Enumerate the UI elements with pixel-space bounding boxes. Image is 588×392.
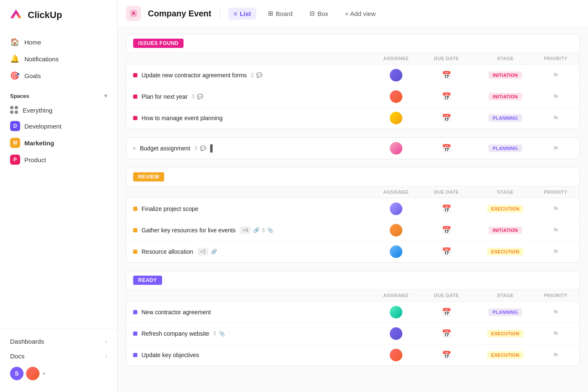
- task-name: Plan for next year: [142, 93, 188, 100]
- sidebar-item-notifications[interactable]: 🔔 Notifications: [5, 50, 112, 67]
- col-stage: STAGE: [472, 189, 539, 195]
- task-dot: [133, 116, 137, 120]
- due-date-cell: 📅: [421, 71, 472, 80]
- main-content: Company Event ≡ List ⊞ Board ⊟ Box + Add…: [118, 0, 588, 392]
- task-name-cell: Plan for next year 3 💬: [133, 93, 371, 100]
- task-dot: [133, 228, 137, 232]
- sidebar-item-product[interactable]: P Product: [0, 151, 117, 168]
- sidebar-item-dashboards[interactable]: Dashboards ›: [5, 334, 112, 349]
- task-name-cell: Update new contractor agreement forms 2 …: [133, 72, 371, 79]
- task-name: Gather key resources for live events: [142, 227, 236, 234]
- sidebar-item-docs[interactable]: Docs ›: [5, 349, 112, 363]
- calendar-icon: 📅: [442, 92, 451, 101]
- due-date-cell: 📅: [421, 204, 472, 213]
- calendar-icon: 📅: [442, 350, 451, 360]
- everything-label: Everything: [23, 107, 52, 114]
- comment-icon: 💬: [200, 145, 206, 151]
- review-badge: REVIEW: [133, 172, 164, 182]
- cursor: ▌: [210, 145, 215, 152]
- table-row[interactable]: Finalize project scope 📅 EXECUTION ⚑: [126, 198, 579, 220]
- col-due-date: DUE DATE: [421, 293, 472, 298]
- group-review: REVIEW ASSIGNEE DUE DATE STAGE PRIORITY …: [126, 168, 580, 263]
- link-icon: 🔗: [253, 227, 260, 233]
- sidebar-item-marketing[interactable]: M Marketing: [0, 134, 117, 151]
- assignee-cell: [371, 112, 421, 124]
- task-name: Refresh company website: [142, 330, 209, 337]
- chevron-right-icon: ›: [105, 353, 107, 359]
- task-name: Update key objectives: [142, 352, 199, 358]
- group-budget: Budget assignment 3 💬 ▌ 📅 PLANNING: [126, 137, 580, 159]
- task-name: Resource allocation: [142, 248, 193, 255]
- calendar-icon: 📅: [442, 204, 451, 213]
- flag-icon: ⚑: [553, 248, 559, 256]
- sidebar-item-goals[interactable]: 🎯 Goals: [5, 67, 112, 84]
- avatar: [390, 327, 402, 340]
- topbar: Company Event ≡ List ⊞ Board ⊟ Box + Add…: [118, 0, 588, 27]
- task-name-cell: Gather key resources for live events +4 …: [133, 226, 371, 234]
- table-row[interactable]: Gather key resources for live events +4 …: [126, 220, 579, 241]
- priority-cell: ⚑: [539, 248, 572, 256]
- product-label: Product: [24, 156, 46, 163]
- group-ready-header: READY: [126, 271, 579, 289]
- flag-icon: ⚑: [553, 93, 559, 101]
- development-avatar: D: [10, 121, 20, 131]
- table-row[interactable]: Plan for next year 3 💬 📅 INITIATION ⚑: [126, 86, 579, 108]
- spaces-section-header: Spaces ▾: [0, 87, 117, 103]
- assignee-cell: [371, 142, 421, 155]
- task-name-cell: Budget assignment 3 💬 ▌: [133, 145, 371, 152]
- tab-list[interactable]: ≡ List: [228, 8, 256, 20]
- extra-tag: +4: [240, 226, 251, 234]
- everything-icon: [10, 106, 18, 114]
- add-view-button[interactable]: + Add view: [340, 8, 381, 20]
- tab-board[interactable]: ⊞ Board: [263, 7, 298, 20]
- comment-count: 3: [194, 145, 197, 151]
- table-row[interactable]: How to manage event planning 📅 PLANNING …: [126, 108, 579, 129]
- table-row[interactable]: Resource allocation +2 🔗 📅 EXECUTION ⚑: [126, 241, 579, 262]
- tab-box[interactable]: ⊟ Box: [304, 7, 333, 20]
- avatar: [390, 349, 402, 361]
- stage-cell: EXECUTION: [472, 205, 539, 213]
- task-dot: [133, 353, 137, 357]
- col-assignee: ASSIGNEE: [371, 189, 421, 195]
- task-name-cell: Update key objectives: [133, 352, 371, 358]
- add-view-label: + Add view: [345, 10, 375, 17]
- sidebar: ClickUp 🏠 Home 🔔 Notifications 🎯 Goals S…: [0, 0, 118, 392]
- priority-cell: ⚑: [539, 351, 572, 359]
- project-title: Company Event: [148, 9, 211, 18]
- flag-icon: ⚑: [553, 145, 559, 153]
- attach-icon: 📎: [267, 227, 273, 233]
- sidebar-item-everything[interactable]: Everything: [0, 103, 117, 118]
- priority-cell: ⚑: [539, 226, 572, 234]
- avatar: [390, 142, 402, 155]
- stage-cell: INITIATION: [472, 226, 539, 234]
- table-row[interactable]: Update new contractor agreement forms 2 …: [126, 65, 579, 86]
- priority-cell: ⚑: [539, 330, 572, 338]
- task-name-cell: Finalize project scope: [133, 205, 371, 212]
- stage-badge: INITIATION: [488, 226, 522, 234]
- attach-count: 5: [213, 331, 216, 337]
- col-headers-issues: ASSIGNEE DUE DATE STAGE PRIORITY: [126, 53, 579, 65]
- stage-cell: PLANNING: [472, 114, 539, 122]
- table-row[interactable]: Update key objectives 📅 EXECUTION ⚑: [126, 345, 579, 366]
- attach-count: 5: [262, 227, 265, 233]
- table-row[interactable]: Budget assignment 3 💬 ▌ 📅 PLANNING: [126, 138, 579, 159]
- col-priority: PRIORITY: [539, 293, 572, 298]
- extra-tag: +2: [197, 248, 208, 255]
- table-row[interactable]: Refresh company website 5 📎 📅 EXECUTION: [126, 323, 579, 345]
- user-area[interactable]: S ▾: [5, 363, 112, 384]
- stage-cell: INITIATION: [472, 71, 539, 79]
- task-name-cell: How to manage event planning: [133, 115, 371, 121]
- logo-area[interactable]: ClickUp: [0, 0, 117, 30]
- task-name: How to manage event planning: [142, 115, 223, 121]
- sidebar-item-development[interactable]: D Development: [0, 118, 117, 134]
- table-row[interactable]: New contractor agreement 📅 PLANNING ⚑: [126, 302, 579, 323]
- task-meta: 3 💬: [194, 145, 206, 151]
- box-tab-icon: ⊟: [310, 10, 315, 17]
- task-name-cell: New contractor agreement: [133, 309, 371, 316]
- sidebar-item-home[interactable]: 🏠 Home: [5, 34, 112, 50]
- col-assignee: ASSIGNEE: [371, 293, 421, 298]
- assignee-cell: [371, 90, 421, 103]
- task-dot: [133, 95, 137, 99]
- assignee-cell: [371, 306, 421, 318]
- col-due-date: DUE DATE: [421, 56, 472, 61]
